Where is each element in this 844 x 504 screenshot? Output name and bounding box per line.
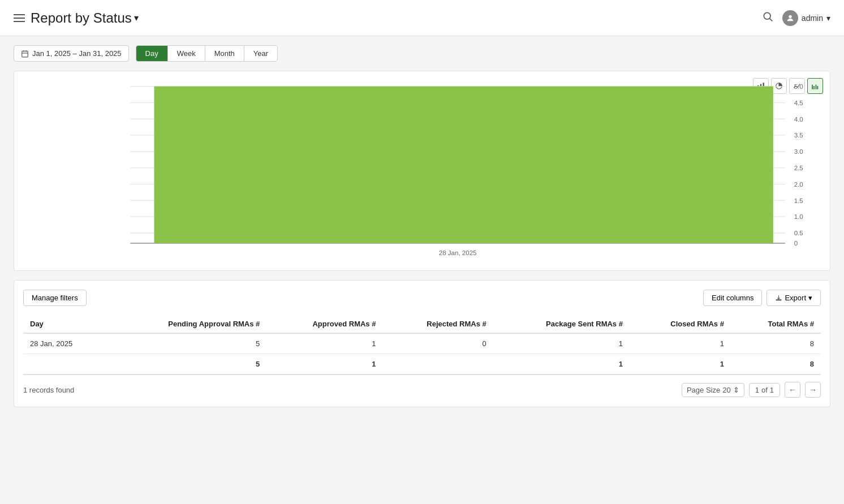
date-range-button[interactable]: Jan 1, 2025 – Jan 31, 2025 <box>14 45 129 62</box>
total-closed: 1 <box>630 354 731 375</box>
header-left: Report by Status ▾ <box>14 10 139 26</box>
chart-svg: 5.0 4.5 4.0 3.5 3.0 2.5 2.0 1.5 1.0 0.5 … <box>23 80 821 261</box>
svg-rect-37 <box>777 300 782 300</box>
user-menu[interactable]: admin ▾ <box>782 10 830 26</box>
svg-point-0 <box>764 12 770 19</box>
chart-x-label: 28 Jan, 2025 <box>439 249 477 256</box>
table-actions: Edit columns Export ▾ <box>703 290 821 306</box>
svg-text:4.5: 4.5 <box>794 99 803 106</box>
chart-area: 5.0 4.5 4.0 3.5 3.0 2.5 2.0 1.5 1.0 0.5 … <box>23 80 821 261</box>
records-found: 1 records found <box>23 386 74 394</box>
main-content: Jan 1, 2025 – Jan 31, 2025 Day Week Mont… <box>0 36 844 416</box>
svg-text:0.5: 0.5 <box>794 229 803 236</box>
user-dropdown-icon: ▾ <box>826 14 830 23</box>
header-right: admin ▾ <box>762 10 830 26</box>
page-size-value: 20 <box>722 386 730 394</box>
export-dropdown-icon: ▾ <box>808 294 812 302</box>
filter-bar: Jan 1, 2025 – Jan 31, 2025 Day Week Mont… <box>14 45 830 62</box>
period-week-button[interactable]: Week <box>168 46 205 61</box>
svg-text:2.0: 2.0 <box>794 180 804 188</box>
app-header: Report by Status ▾ admin ▾ <box>0 0 844 36</box>
svg-point-2 <box>789 15 791 18</box>
table-footer: 1 records found Page Size 20 ⇕ 1 of 1 ← … <box>23 382 821 398</box>
svg-text:2.5: 2.5 <box>794 164 803 171</box>
period-year-button[interactable]: Year <box>244 46 277 61</box>
next-page-button[interactable]: → <box>805 382 821 398</box>
pagination: Page Size 20 ⇕ 1 of 1 ← → <box>682 382 821 398</box>
page-size-label: Page Size <box>687 386 720 394</box>
total-day <box>23 354 108 375</box>
svg-text:0: 0 <box>794 239 798 247</box>
period-day-button[interactable]: Day <box>136 46 168 61</box>
cell-rejected: 0 <box>382 333 493 354</box>
user-avatar <box>782 10 798 26</box>
manage-filters-button[interactable]: Manage filters <box>23 290 87 306</box>
period-button-group: Day Week Month Year <box>136 45 278 62</box>
page-size-select[interactable]: Page Size 20 ⇕ <box>682 383 744 397</box>
table-total-row: 5 1 1 1 8 <box>23 354 821 375</box>
export-button[interactable]: Export ▾ <box>767 290 821 306</box>
col-total: Total RMAs # <box>731 315 821 333</box>
hamburger-menu-icon[interactable] <box>14 14 25 22</box>
col-package-sent: Package Sent RMAs # <box>493 315 630 333</box>
cell-total: 8 <box>731 333 821 354</box>
total-total: 8 <box>731 354 821 375</box>
table-header-row: Day Pending Approval RMAs # Approved RMA… <box>23 315 821 333</box>
page-title-text: Report by Status <box>31 10 132 26</box>
chart-bar <box>154 87 773 243</box>
title-dropdown-icon[interactable]: ▾ <box>134 12 139 23</box>
svg-rect-3 <box>22 51 28 57</box>
total-pending: 5 <box>108 354 267 375</box>
page-of-label: of <box>761 386 768 394</box>
page-title: Report by Status ▾ <box>31 10 139 26</box>
svg-text:1.5: 1.5 <box>794 196 803 204</box>
edit-columns-button[interactable]: Edit columns <box>703 290 762 306</box>
col-pending: Pending Approval RMAs # <box>108 315 267 333</box>
prev-page-button[interactable]: ← <box>785 382 800 398</box>
table-toolbar: Manage filters Edit columns Export ▾ <box>23 290 821 306</box>
svg-text:3.0: 3.0 <box>794 148 804 155</box>
svg-text:4.0: 4.0 <box>794 115 804 122</box>
current-page: 1 <box>755 386 759 394</box>
search-icon[interactable] <box>762 11 773 25</box>
page-size-icon: ⇕ <box>733 386 739 394</box>
col-closed: Closed RMAs # <box>630 315 731 333</box>
table-card: Manage filters Edit columns Export ▾ Day… <box>14 280 830 407</box>
svg-line-1 <box>770 19 773 21</box>
report-table: Day Pending Approval RMAs # Approved RMA… <box>23 315 821 375</box>
col-day: Day <box>23 315 108 333</box>
total-pages: 1 <box>770 386 774 394</box>
col-rejected: Rejected RMAs # <box>382 315 493 333</box>
cell-approved: 1 <box>266 333 382 354</box>
svg-text:5.0: 5.0 <box>794 83 804 90</box>
cell-package-sent: 1 <box>493 333 630 354</box>
cell-closed: 1 <box>630 333 731 354</box>
period-month-button[interactable]: Month <box>205 46 244 61</box>
svg-text:1.0: 1.0 <box>794 213 804 220</box>
cell-day: 28 Jan, 2025 <box>23 333 108 354</box>
total-rejected <box>382 354 493 375</box>
page-info: 1 of 1 <box>749 383 780 397</box>
total-package-sent: 1 <box>493 354 630 375</box>
chart-card: 5.0 4.5 4.0 3.5 3.0 2.5 2.0 1.5 1.0 0.5 … <box>14 71 830 271</box>
total-approved: 1 <box>266 354 382 375</box>
user-name: admin <box>802 14 823 23</box>
cell-pending: 5 <box>108 333 267 354</box>
svg-text:3.5: 3.5 <box>794 131 803 139</box>
table-row: 28 Jan, 2025 5 1 0 1 1 8 <box>23 333 821 354</box>
date-range-label: Jan 1, 2025 – Jan 31, 2025 <box>32 49 122 58</box>
col-approved: Approved RMAs # <box>266 315 382 333</box>
export-label: Export <box>785 294 806 302</box>
